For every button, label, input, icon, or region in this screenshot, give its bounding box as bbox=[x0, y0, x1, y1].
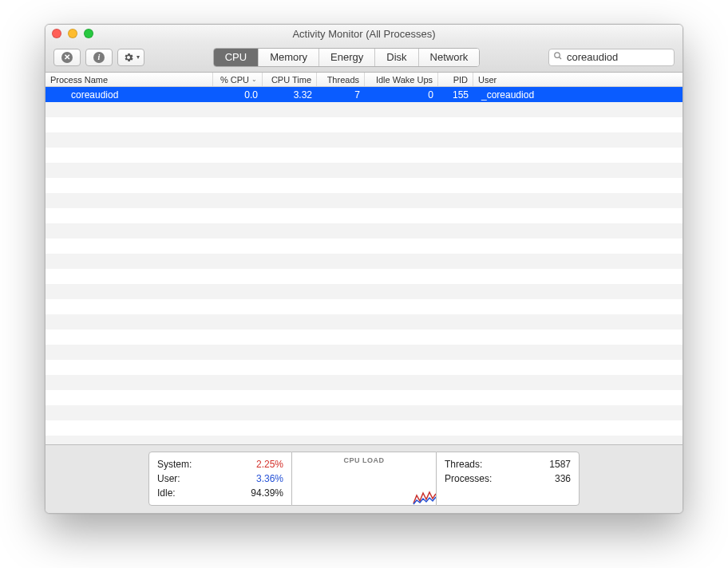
cpu-load-panel: CPU LOAD bbox=[292, 452, 436, 506]
col-pct-cpu[interactable]: % CPU⌄ bbox=[213, 73, 263, 86]
inspect-process-button[interactable]: i bbox=[85, 49, 113, 66]
label-processes-total: Processes: bbox=[445, 473, 492, 484]
label-system: System: bbox=[157, 459, 192, 470]
options-menu-button[interactable]: ▾ bbox=[117, 49, 144, 66]
table-column-headers: Process Name % CPU⌄ CPU Time Threads Idl… bbox=[46, 73, 682, 87]
quit-process-button[interactable]: ✕ bbox=[53, 49, 81, 66]
process-table[interactable]: coreaudiod 0.0 3.32 7 0 155 _coreaudiod bbox=[46, 87, 682, 444]
col-pid[interactable]: PID bbox=[438, 73, 473, 86]
tab-energy[interactable]: Energy bbox=[319, 49, 375, 66]
close-window-button[interactable] bbox=[52, 29, 61, 38]
activity-monitor-window: Activity Monitor (All Processes) ✕ i ▾ C… bbox=[45, 24, 683, 514]
tab-segmented-control: CPU Memory Energy Disk Network bbox=[213, 48, 481, 67]
value-system: 2.25% bbox=[256, 459, 283, 470]
titlebar[interactable]: Activity Monitor (All Processes) bbox=[46, 25, 682, 42]
col-process-name[interactable]: Process Name bbox=[46, 73, 213, 86]
search-input[interactable] bbox=[567, 51, 683, 63]
svg-point-0 bbox=[555, 53, 560, 58]
cell-idle-wake-ups: 0 bbox=[365, 89, 438, 101]
sort-indicator-icon: ⌄ bbox=[251, 76, 257, 83]
zoom-window-button[interactable] bbox=[84, 29, 93, 38]
toolbar: ✕ i ▾ CPU Memory Energy Disk Network bbox=[46, 42, 682, 73]
cell-process-name: coreaudiod bbox=[46, 89, 213, 101]
cpu-load-heading: CPU LOAD bbox=[344, 456, 385, 464]
tab-network[interactable]: Network bbox=[419, 49, 480, 66]
chevron-down-icon: ▾ bbox=[136, 53, 140, 61]
cell-pct-cpu: 0.0 bbox=[213, 89, 263, 101]
window-title: Activity Monitor (All Processes) bbox=[292, 28, 435, 40]
value-processes-total: 336 bbox=[555, 473, 571, 484]
info-icon: i bbox=[93, 52, 105, 63]
search-icon bbox=[553, 51, 563, 63]
value-threads-total: 1587 bbox=[549, 459, 571, 470]
col-cpu-time[interactable]: CPU Time bbox=[263, 73, 317, 86]
col-threads[interactable]: Threads bbox=[317, 73, 365, 86]
tab-disk[interactable]: Disk bbox=[375, 49, 418, 66]
cpu-usage-panel: System:2.25% User:3.36% Idle:94.39% bbox=[148, 452, 292, 506]
quit-icon: ✕ bbox=[61, 52, 73, 63]
table-row[interactable]: coreaudiod 0.0 3.32 7 0 155 _coreaudiod bbox=[46, 87, 682, 102]
value-user: 3.36% bbox=[256, 473, 283, 484]
cpu-load-chart bbox=[292, 489, 436, 505]
table-rows: coreaudiod 0.0 3.32 7 0 155 _coreaudiod bbox=[46, 87, 682, 444]
tab-cpu[interactable]: CPU bbox=[214, 49, 259, 66]
tab-memory[interactable]: Memory bbox=[259, 49, 319, 66]
col-idle-wake-ups[interactable]: Idle Wake Ups bbox=[365, 73, 438, 86]
svg-line-1 bbox=[559, 57, 561, 60]
label-idle: Idle: bbox=[157, 487, 176, 499]
minimize-window-button[interactable] bbox=[68, 29, 77, 38]
cell-cpu-time: 3.32 bbox=[263, 89, 317, 101]
toolbar-left-group: ✕ i ▾ bbox=[53, 49, 144, 66]
cell-threads: 7 bbox=[317, 89, 365, 101]
footer-summary: System:2.25% User:3.36% Idle:94.39% CPU … bbox=[46, 444, 682, 513]
label-user: User: bbox=[157, 473, 180, 484]
window-controls bbox=[52, 29, 93, 38]
process-summary-panel: Threads:1587 Processes:336 bbox=[436, 452, 580, 506]
cell-user: _coreaudiod bbox=[473, 89, 682, 101]
search-field[interactable]: ✕ bbox=[548, 49, 675, 66]
gear-icon: ▾ bbox=[123, 52, 140, 63]
col-user[interactable]: User bbox=[473, 73, 682, 86]
value-idle: 94.39% bbox=[251, 487, 283, 499]
cell-pid: 155 bbox=[438, 89, 473, 101]
label-threads-total: Threads: bbox=[445, 459, 482, 470]
